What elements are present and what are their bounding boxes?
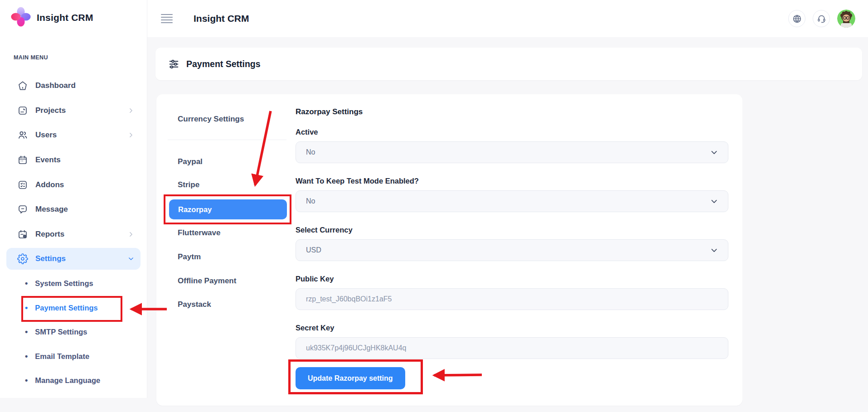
topbar: Insight CRM [147, 0, 868, 37]
app-root: Insight CRM MAIN MENU Dashboard Projects… [0, 0, 868, 412]
tab-razorpay[interactable]: Razorpay [169, 199, 287, 219]
user-avatar[interactable] [837, 10, 855, 28]
topbar-actions [788, 10, 855, 28]
submenu-item-manage-language[interactable]: Manage Language [0, 368, 147, 393]
active-select[interactable]: No [296, 141, 728, 163]
field-label-test-mode: Want To Keep Test Mode Enabled? [296, 176, 728, 186]
sidebar-item-reports[interactable]: Reports [6, 222, 141, 247]
submenu-item-payment-settings[interactable]: Payment Settings [0, 296, 147, 320]
field-label-currency: Select Currency [296, 225, 728, 235]
sidebar-item-label: Dashboard [35, 81, 76, 90]
sidebar-item-label: Events [35, 155, 61, 165]
tab-flutterwave[interactable]: Flutterwave [178, 227, 220, 239]
secret-key-input[interactable]: uk935K7p4j96UCJgHK8kAU4q [296, 337, 728, 359]
checklist-icon [17, 179, 28, 190]
report-calendar-icon [17, 229, 28, 240]
headset-icon [817, 14, 826, 24]
sidebar-item-events[interactable]: Events [6, 148, 141, 173]
public-key-value: rzp_test_J60bqBOi1z1aF5 [306, 295, 392, 303]
tab-divider [168, 140, 286, 140]
sidebar-item-dashboard[interactable]: Dashboard [6, 73, 141, 98]
tab-paystack[interactable]: Paystack [178, 299, 211, 310]
test-mode-select[interactable]: No [296, 190, 728, 212]
chevron-right-icon [128, 132, 134, 138]
chevron-down-icon [128, 256, 134, 262]
sidebar-item-label: Users [35, 131, 57, 140]
chevron-down-icon [710, 198, 718, 205]
tab-currency-settings[interactable]: Currency Settings [178, 113, 244, 125]
support-button[interactable] [813, 10, 830, 27]
page-title: Payment Settings [186, 59, 261, 69]
sidebar-section-label: MAIN MENU [14, 54, 48, 61]
tab-stripe[interactable]: Stripe [178, 179, 199, 191]
home-icon [17, 80, 28, 91]
update-razorpay-button[interactable]: Update Razorpay setting [296, 367, 405, 389]
sidebar-item-label: Addons [35, 180, 64, 189]
chevron-down-icon [710, 247, 718, 254]
test-mode-select-value: No [306, 197, 315, 205]
users-icon [17, 130, 28, 141]
language-button[interactable] [788, 10, 805, 27]
chevron-down-icon [710, 149, 718, 156]
field-label-public-key: Public Key [296, 274, 728, 284]
public-key-input[interactable]: rzp_test_J60bqBOi1z1aF5 [296, 288, 728, 310]
sidebar-item-settings[interactable]: Settings [6, 248, 141, 270]
sidebar-nav: Dashboard Projects Users Events Addons [0, 73, 147, 393]
secret-key-value: uk935K7p4j96UCJgHK8kAU4q [306, 344, 406, 352]
flower-logo-icon [11, 7, 31, 29]
tab-offline-payment[interactable]: Offline Payment [178, 275, 236, 287]
sidebar-item-users[interactable]: Users [6, 123, 141, 148]
currency-select[interactable]: USD [296, 239, 728, 261]
project-doc-icon [17, 105, 28, 116]
sidebar-item-projects[interactable]: Projects [6, 98, 141, 123]
hamburger-icon[interactable] [161, 14, 173, 24]
currency-select-value: USD [306, 246, 321, 254]
tab-paytm[interactable]: Paytm [178, 251, 201, 263]
sidebar-item-addons[interactable]: Addons [6, 172, 141, 197]
submenu-item-email-template[interactable]: Email Template [0, 344, 147, 368]
sidebar-item-label: Projects [35, 106, 66, 115]
tab-paypal[interactable]: Paypal [178, 156, 203, 168]
active-select-value: No [306, 148, 315, 156]
topbar-title: Insight CRM [194, 13, 249, 24]
calendar-icon [17, 155, 28, 165]
payment-settings-card: Currency Settings Paypal Stripe Razorpay… [156, 94, 742, 406]
chat-icon [17, 204, 28, 215]
gear-icon [17, 253, 28, 264]
chevron-right-icon [128, 107, 134, 114]
page-header-card: Payment Settings [155, 48, 862, 80]
sliders-icon [168, 58, 179, 70]
sidebar-item-message[interactable]: Message [6, 197, 141, 222]
chevron-right-icon [128, 231, 134, 238]
sidebar-item-label: Reports [35, 230, 64, 239]
brand-name: Insight CRM [37, 12, 93, 23]
field-label-secret-key: Secret Key [296, 323, 728, 333]
sidebar: Insight CRM MAIN MENU Dashboard Projects… [0, 0, 147, 398]
sidebar-item-label: Message [35, 205, 68, 214]
settings-submenu: System Settings Payment Settings SMTP Se… [0, 271, 147, 393]
razorpay-form: Razorpay Settings Active No Want To Keep… [296, 107, 728, 389]
submenu-item-smtp-settings[interactable]: SMTP Settings [0, 320, 147, 344]
globe-icon [792, 14, 802, 24]
form-heading: Razorpay Settings [296, 107, 728, 117]
field-label-active: Active [296, 127, 728, 137]
submenu-item-system-settings[interactable]: System Settings [0, 271, 147, 296]
sidebar-item-label: Settings [35, 254, 66, 263]
sidebar-logo-row[interactable]: Insight CRM [0, 0, 147, 28]
